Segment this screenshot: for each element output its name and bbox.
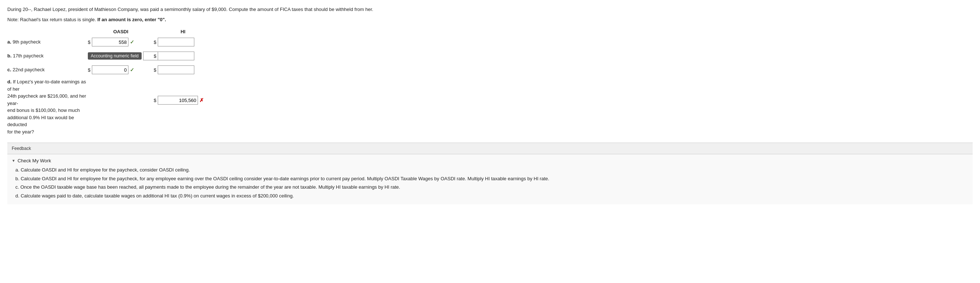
row-d-line5: for the year? [7,129,34,134]
row-b-letter: b. [7,53,12,58]
row-d-hi-dollar: $ [154,98,156,103]
check-item-a-letter: a. [15,167,19,172]
header-row: OASDI HI [7,29,227,34]
check-my-work-title: Check My Work [18,158,51,163]
row-c-oasdi-dollar: $ [88,67,91,73]
row-a-hi-field: $ [154,38,212,46]
row-d-line1: If Lopez's year-to-date earnings as of h… [7,79,86,92]
row-a-text: 9th paycheck [13,39,41,44]
check-item-c-letter: c. [15,184,19,190]
oasdi-header: OASDI [88,29,154,34]
row-a-letter: a. [7,39,11,44]
row-d-letter: d. [7,79,12,84]
row-c-hi-dollar: $ [154,67,156,73]
check-my-work-header: ▼ Check My Work [12,158,968,163]
row-a-label: a. 9th paycheck [7,39,88,45]
row-b-hi-dollar: $ [154,54,156,59]
check-item-b-text: Calculate OASDI and HI for employee for … [21,176,549,181]
row-a-oasdi-field: $ ✓ [88,38,154,46]
row-d-hi-input[interactable] [158,96,198,104]
row-a-oasdi-input[interactable] [92,38,129,46]
feedback-title: Feedback [12,146,968,151]
check-list-item-c: c. Once the OASDI taxable wage base has … [15,183,968,191]
check-item-b-letter: b. [15,176,19,181]
row-c-hi-field: $ [154,65,212,74]
hi-header: HI [154,29,212,34]
note-label: Note: Rachael's tax return status is sin… [7,17,96,22]
check-list-item-a: a. Calculate OASDI and HI for employee f… [15,166,968,174]
row-d-oasdi-empty [88,78,154,96]
row-b-text: 17th paycheck [13,53,43,58]
row-b: b. 17th paycheck Accounting numeric fiel… [7,51,227,62]
row-a-oasdi-check-icon: ✓ [130,39,134,45]
row-c-letter: c. [7,67,11,73]
row-c-oasdi-check-icon: ✓ [130,67,134,73]
check-item-d-letter: d. [15,193,19,199]
triangle-icon: ▼ [12,159,15,163]
row-c-text: 22nd paycheck [13,67,44,73]
row-d-hi-x-icon: ✗ [199,97,204,103]
row-a-hi-dollar: $ [154,40,156,45]
row-d: d. If Lopez's year-to-date earnings as o… [7,78,227,135]
row-c-hi-input[interactable] [158,65,194,74]
row-b-label: b. 17th paycheck [7,53,88,59]
note-bold: If an amount is zero, enter "0". [97,17,166,22]
row-d-line3: end bonus is $100,000, how much [7,108,80,113]
row-b-oasdi-field: Accounting numeric field [88,52,154,60]
row-b-hi-field: $ [154,52,212,60]
check-list-item-d: d. Calculate wages paid to date, calcula… [15,192,968,200]
row-b-hi-input[interactable] [158,52,194,60]
feedback-section: Feedback [7,142,973,154]
row-c: c. 22nd paycheck $ ✓ $ [7,64,227,75]
row-a-hi-input[interactable] [158,38,194,46]
label-col-header [7,29,88,34]
check-list-item-b: b. Calculate OASDI and HI for employee f… [15,175,968,182]
intro-text: During 20--, Rachael Lopez, president of… [7,6,973,13]
check-list: a. Calculate OASDI and HI for employee f… [12,166,968,199]
row-b-oasdi-tooltip: Accounting numeric field [88,52,142,60]
problem-table: OASDI HI a. 9th paycheck $ ✓ $ b. 17th p… [7,29,227,135]
row-c-label: c. 22nd paycheck [7,66,88,73]
check-my-work-section: ▼ Check My Work a. Calculate OASDI and H… [7,154,973,204]
row-c-oasdi-field: $ ✓ [88,65,154,74]
row-d-hi-field: $ ✗ [154,78,212,104]
row-d-line2: 24th paycheck are $216,000, and her year… [7,93,86,106]
row-d-label: d. If Lopez's year-to-date earnings as o… [7,78,88,135]
row-a-oasdi-dollar: $ [88,40,91,45]
row-d-line4: additional 0.9% HI tax would be deducted [7,115,74,128]
check-item-d-text: Calculate wages paid to date, calculate … [21,193,294,199]
check-item-a-text: Calculate OASDI and HI for employee for … [21,167,189,172]
row-a: a. 9th paycheck $ ✓ $ [7,36,227,47]
row-c-oasdi-input[interactable] [92,65,129,74]
note-text: Note: Rachael's tax return status is sin… [7,16,973,24]
check-item-c-text: Once the OASDI taxable wage base has bee… [21,184,400,190]
